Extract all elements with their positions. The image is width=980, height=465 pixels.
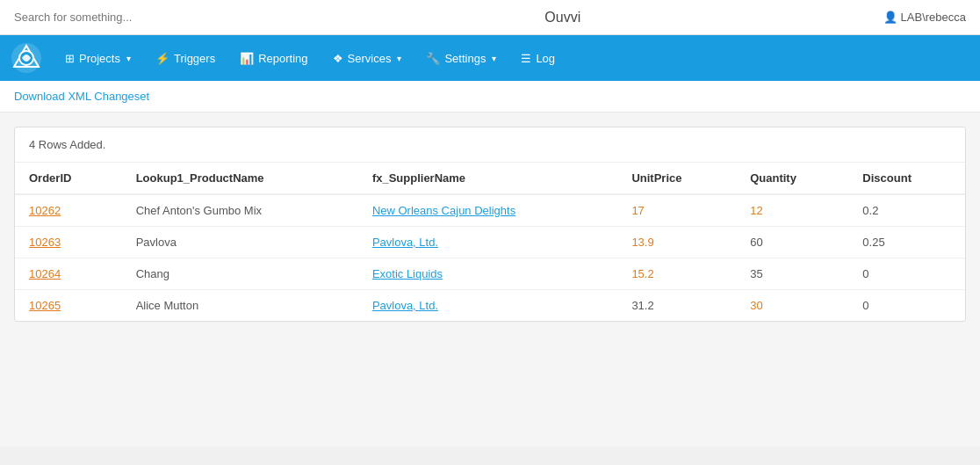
nav-item-projects[interactable]: ⊞ Projects ▾ [53,35,143,81]
quantity-cell: 35 [736,258,848,290]
chevron-down-icon: ▾ [126,54,131,63]
col-unit-price: UnitPrice [617,163,736,194]
projects-icon: ⊞ [65,52,75,65]
col-quantity: Quantity [736,163,848,194]
nav-label-services: Services [348,52,392,65]
chevron-down-icon-services: ▾ [397,54,401,63]
rows-added-label: 4 Rows Added. [15,127,965,163]
content-area: Download XML Changeset 4 Rows Added. Ord… [0,81,980,447]
discount-cell: 0.2 [848,194,965,227]
nav-label-log: Log [536,52,555,65]
unit-price-cell: 31.2 [617,290,736,322]
nav-item-services[interactable]: ❖ Services ▾ [321,35,414,81]
chevron-down-icon-settings: ▾ [492,54,496,63]
nav-bar: ⊞ Projects ▾ ⚡ Triggers 📊 Reporting ❖ Se… [0,35,980,81]
download-xml-link[interactable]: Download XML Changeset [14,90,149,103]
nav-label-projects: Projects [79,52,120,65]
header-row: OrderID Lookup1_ProductName fx_SupplierN… [15,163,965,194]
nav-item-triggers[interactable]: ⚡ Triggers [143,35,227,81]
breadcrumb: Download XML Changeset [0,81,980,113]
app-logo[interactable] [7,39,46,77]
quantity-cell: 60 [736,227,848,258]
table-body: 10262Chef Anton's Gumbo MixNew Orleans C… [15,194,965,321]
nav-label-reporting: Reporting [258,52,307,65]
nav-item-settings[interactable]: 🔧 Settings ▾ [414,35,508,81]
supplier-link[interactable]: Pavlova, Ltd. [372,299,438,312]
search-input[interactable] [14,11,242,24]
col-supplier-name: fx_SupplierName [358,163,618,194]
discount-cell: 0.25 [848,227,965,258]
nav-item-reporting[interactable]: 📊 Reporting [227,35,320,81]
table-header: OrderID Lookup1_ProductName fx_SupplierN… [15,163,965,194]
quantity-cell: 30 [736,290,848,322]
user-label: LAB\rebecca [901,11,966,24]
main-content: 4 Rows Added. OrderID Lookup1_ProductNam… [0,113,980,447]
col-product-name: Lookup1_ProductName [122,163,358,194]
nav-label-settings: Settings [444,52,486,65]
services-icon: ❖ [333,52,343,65]
data-table: OrderID Lookup1_ProductName fx_SupplierN… [15,163,965,321]
app-title: Ouvvi [544,10,580,25]
supplier-link[interactable]: Exotic Liquids [372,267,443,280]
quantity-cell: 12 [736,194,848,227]
unit-price-cell: 13.9 [617,227,736,258]
reporting-icon: 📊 [240,52,254,65]
nav-label-triggers: Triggers [174,52,215,65]
nav-item-log[interactable]: ☰ Log [508,35,567,81]
triggers-icon: ⚡ [155,52,169,65]
discount-cell: 0 [848,290,965,322]
table-row: 10262Chef Anton's Gumbo MixNew Orleans C… [15,194,965,227]
supplier-link[interactable]: Pavlova, Ltd. [372,236,438,249]
product-name-cell: Chang [122,258,358,290]
product-name-cell: Chef Anton's Gumbo Mix [122,194,358,227]
table-row: 10264ChangExotic Liquids15.2350 [15,258,965,290]
order-id-link[interactable]: 10263 [29,236,61,249]
col-order-id: OrderID [15,163,122,194]
order-id-link[interactable]: 10262 [29,204,61,217]
top-bar: Ouvvi 👤 LAB\rebecca [0,0,980,35]
unit-price-cell: 15.2 [617,258,736,290]
user-icon: 👤 [883,11,897,24]
product-name-cell: Alice Mutton [122,290,358,322]
product-name-cell: Pavlova [122,227,358,258]
order-id-link[interactable]: 10264 [29,267,61,280]
discount-cell: 0 [848,258,965,290]
col-discount: Discount [848,163,965,194]
log-icon: ☰ [521,52,531,65]
supplier-link[interactable]: New Orleans Cajun Delights [372,204,515,217]
table-row: 10265Alice MuttonPavlova, Ltd.31.2300 [15,290,965,322]
order-id-link[interactable]: 10265 [29,299,61,312]
unit-price-cell: 17 [617,194,736,227]
user-info: 👤 LAB\rebecca [883,11,966,24]
settings-icon: 🔧 [426,52,440,65]
data-card: 4 Rows Added. OrderID Lookup1_ProductNam… [14,127,966,322]
table-row: 10263PavlovaPavlova, Ltd.13.9600.25 [15,227,965,258]
